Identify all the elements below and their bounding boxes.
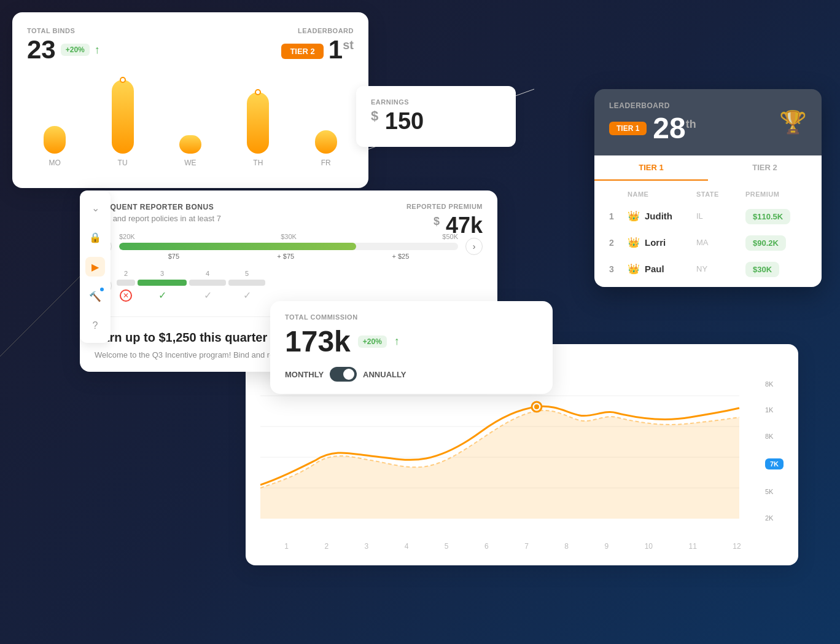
- lb-rank-number: 28th: [653, 114, 696, 143]
- step-bar-1: [117, 280, 135, 286]
- y-axis-labels: 8K 1K 8K 7K 5K 2K: [765, 365, 784, 537]
- step-bar-4: [228, 280, 265, 286]
- row2-premium: $90.2K: [745, 237, 807, 248]
- progress-track: [119, 243, 458, 250]
- x-8: 8: [564, 542, 569, 551]
- sidebar-play-icon[interactable]: ▶: [85, 257, 105, 277]
- monthly-label: MONTHLY: [285, 370, 324, 379]
- step-bar-2: [138, 280, 187, 286]
- bar-fr: FR: [315, 74, 337, 167]
- reported-premium-card: REPORTED PREMIUM $ 47k: [406, 203, 483, 238]
- row1-rank: 1: [609, 211, 628, 221]
- tier1-header-badge: TIER 1: [609, 122, 647, 135]
- y-label-highlighted: 7K: [765, 458, 784, 469]
- x-3: 3: [365, 542, 369, 551]
- reported-premium-value: $ 47k: [406, 213, 483, 238]
- step-labels-row: 2 3 4 5: [117, 270, 483, 277]
- commission-label: TOTAL COMMISSION: [285, 313, 538, 321]
- top-stats-row: TOTAL BINDS 23 +20% ↑ LEADERBOARD TIER 2…: [27, 27, 354, 63]
- step-label-2: 2: [117, 270, 135, 277]
- bar-mo-label: MO: [49, 159, 61, 167]
- lb-tab-tier2[interactable]: TIER 2: [708, 155, 822, 181]
- bar-th: TH: [247, 74, 269, 167]
- lb-header-left: LEADERBOARD TIER 1 28th: [609, 101, 696, 143]
- main-stats-card: TOTAL BINDS 23 +20% ↑ LEADERBOARD TIER 2…: [12, 12, 368, 188]
- step-icon-check3: ✓: [228, 289, 265, 302]
- toggle-switch[interactable]: [330, 367, 357, 382]
- monthly-toggle-row: MONTHLY ANNUALLY: [285, 367, 538, 382]
- sidebar-help-icon[interactable]: ?: [85, 316, 105, 336]
- crown-icon-1: 👑: [628, 210, 640, 222]
- step-label-3: 3: [138, 270, 187, 277]
- step-inner: 2 3 4 5 ✕ ✓: [117, 270, 483, 302]
- col-premium: PREMIUM: [745, 190, 807, 198]
- bar-mo: MO: [44, 74, 66, 167]
- reported-dollar: $: [434, 215, 440, 227]
- trophy-icon: 🏆: [779, 109, 807, 135]
- row3-state: NY: [696, 264, 745, 273]
- lb-header: LEADERBOARD TIER 1 28th 🏆: [594, 89, 822, 155]
- reported-premium-label: REPORTED PREMIUM: [406, 203, 483, 210]
- step-icon-x: ✕: [117, 289, 135, 302]
- bar-tu-label: TU: [118, 159, 128, 167]
- bar-mo-fill: [44, 126, 66, 154]
- y-label-8k-top: 8K: [765, 380, 784, 388]
- x-12: 12: [733, 542, 741, 551]
- step-tracker: ‹ 2 3 4 5 ✕: [95, 270, 483, 302]
- lb-table: NAME STATE PREMIUM 1 👑 Judith IL $110.5K…: [594, 181, 822, 287]
- y-label-1k: 1K: [765, 406, 784, 414]
- sidebar-chevron-icon[interactable]: ⌄: [85, 198, 105, 218]
- commission-value-row: 173k +20% ↑: [285, 324, 538, 358]
- step-icon-check2: ✓: [189, 289, 226, 302]
- check-icon-2: ✓: [204, 289, 212, 302]
- y-label-8k: 8K: [765, 433, 784, 440]
- x-5: 5: [445, 542, 449, 551]
- earnings-value: $ 150: [371, 108, 501, 135]
- col-rank: [609, 190, 628, 198]
- sidebar: ⌄ 🔒 ▶ 🔨 ?: [80, 190, 111, 343]
- premium-badge-1: $110.5K: [745, 209, 790, 224]
- dollar-sign: $: [371, 108, 378, 124]
- commission-badge: +20%: [358, 336, 387, 348]
- toggle-knob: [343, 369, 354, 380]
- weekly-bar-chart: MO TU WE TH: [27, 75, 354, 173]
- x-2: 2: [324, 542, 329, 551]
- bar-dot: [120, 77, 126, 83]
- crown-icon-2: 👑: [628, 237, 640, 248]
- bar-tu: TU: [112, 74, 134, 167]
- step-label-5: 5: [228, 270, 265, 277]
- row3-premium: $30K: [745, 264, 807, 275]
- lb-title: LEADERBOARD: [609, 101, 696, 110]
- x-icon: ✕: [120, 289, 132, 302]
- commission-number: 173k: [285, 324, 351, 358]
- total-binds-section: TOTAL BINDS 23 +20% ↑: [27, 27, 100, 63]
- check-icon: ✓: [158, 289, 166, 302]
- bar-fr-label: FR: [321, 159, 331, 167]
- bonus-75: $75: [168, 253, 179, 260]
- earnings-label: EARNINGS: [371, 98, 501, 106]
- binds-arrow-icon: ↑: [95, 44, 100, 57]
- binds-badge: +20%: [61, 44, 90, 56]
- lb-row-1: 1 👑 Judith IL $110.5K: [594, 203, 822, 229]
- leaderboard-card: LEADERBOARD TIER 1 28th 🏆 TIER 1 TIER 2 …: [594, 89, 822, 287]
- leaderboard-label: LEADERBOARD: [281, 27, 354, 34]
- lb-col-headers: NAME STATE PREMIUM: [594, 186, 822, 203]
- bonus-amounts: $75 + $75 + $25: [119, 253, 458, 260]
- bonus-plus25: + $25: [392, 253, 409, 260]
- leaderboard-section: LEADERBOARD TIER 2 1st: [281, 27, 354, 63]
- row2-state: MA: [696, 238, 745, 247]
- binds-value-row: 23 +20% ↑: [27, 37, 100, 63]
- sidebar-tool-icon[interactable]: 🔨: [85, 286, 105, 306]
- binds-number: 23: [27, 37, 56, 63]
- chart-dot-inner: [534, 404, 539, 409]
- leaderboard-rank: 1st: [329, 37, 354, 63]
- lb-rank-row: TIER 1 28th: [609, 114, 696, 143]
- premium-badge-3: $30K: [745, 262, 779, 277]
- y-label-2k: 2K: [765, 514, 784, 522]
- progress-next-btn[interactable]: ›: [465, 238, 483, 255]
- sidebar-lock-icon[interactable]: 🔒: [85, 227, 105, 247]
- earnings-card: EARNINGS $ 150: [356, 86, 516, 147]
- step-icon-check: ✓: [138, 289, 187, 302]
- milestone-30k: $30K: [281, 233, 297, 240]
- lb-tab-tier1[interactable]: TIER 1: [594, 155, 708, 181]
